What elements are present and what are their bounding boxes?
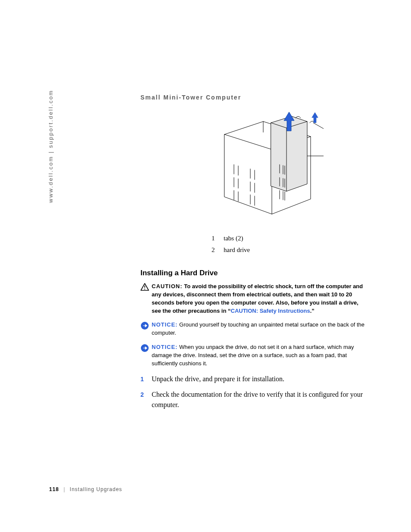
caution-block: CAUTION: To avoid the possibility of ele… <box>140 283 369 315</box>
diagram-legend: 1 tabs (2) 2 hard drive <box>212 233 298 256</box>
step-number: 1 <box>140 374 152 384</box>
page-footer: 118 | Installing Upgrades <box>49 486 122 492</box>
notice-text: When you unpack the drive, do not set it… <box>152 344 354 367</box>
step-number: 2 <box>140 389 152 410</box>
page-number: 118 <box>49 486 59 492</box>
step-text: Unpack the drive, and prepare it for ins… <box>152 374 369 384</box>
legend-row: 2 hard drive <box>212 244 298 256</box>
notice-block: NOTICE: When you unpack the drive, do no… <box>140 343 369 368</box>
notice-body: NOTICE: Ground yourself by touching an u… <box>152 321 369 337</box>
caution-icon <box>140 283 152 293</box>
caution-link[interactable]: CAUTION: Safety Instructions <box>231 308 310 314</box>
step-item: 2 Check the documentation for the drive … <box>140 389 369 410</box>
chapter-title: Installing Upgrades <box>70 486 122 492</box>
svg-line-0 <box>313 123 324 141</box>
step-list: 1 Unpack the drive, and prepare it for i… <box>140 374 369 410</box>
notice-icon <box>140 344 152 355</box>
notice-label: NOTICE: <box>152 321 177 328</box>
legend-row: 1 tabs (2) <box>212 233 298 244</box>
notice-text: Ground yourself by touching an unpainted… <box>152 321 364 336</box>
footer-separator: | <box>63 486 65 492</box>
caution-text-post: .” <box>310 308 314 314</box>
subheading: Installing a Hard Drive <box>140 269 369 277</box>
section-title: Small Mini-Tower Computer <box>140 94 369 101</box>
legend-num: 2 <box>212 244 224 256</box>
hard-drive-diagram: 1 2 <box>186 109 324 222</box>
diagram-container: 1 2 <box>140 109 369 222</box>
legend-num: 1 <box>212 233 224 244</box>
notice-block: NOTICE: Ground yourself by touching an u… <box>140 321 369 337</box>
notice-icon <box>140 321 152 333</box>
notice-body: NOTICE: When you unpack the drive, do no… <box>152 343 369 368</box>
svg-point-3 <box>144 289 145 289</box>
legend-text: hard drive <box>224 244 250 256</box>
page-content: Small Mini-Tower Computer <box>140 94 369 415</box>
caution-label: CAUTION: <box>152 283 183 289</box>
notice-label: NOTICE: <box>152 344 177 350</box>
caution-body: CAUTION: To avoid the possibility of ele… <box>152 283 369 315</box>
step-item: 1 Unpack the drive, and prepare it for i… <box>140 374 369 384</box>
step-text: Check the documentation for the drive to… <box>152 389 369 410</box>
legend-text: tabs (2) <box>224 233 243 244</box>
side-url: www.dell.com | support.dell.com <box>47 90 54 203</box>
